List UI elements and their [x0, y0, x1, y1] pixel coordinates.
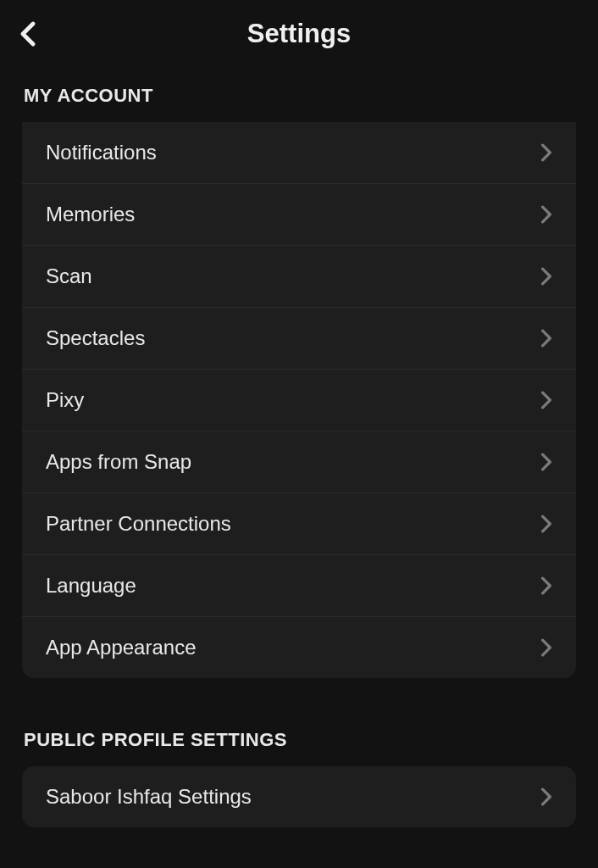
public-profile-list: Saboor Ishfaq Settings: [22, 766, 576, 827]
list-item-scan[interactable]: Scan: [22, 246, 576, 308]
list-item-label: App Appearance: [46, 636, 196, 659]
page-title: Settings: [247, 19, 351, 49]
list-item-label: Language: [46, 574, 136, 598]
chevron-right-icon: [540, 205, 552, 224]
list-item-notifications[interactable]: Notifications: [22, 122, 576, 184]
list-item-label: Saboor Ishfaq Settings: [46, 785, 252, 809]
chevron-right-icon: [540, 576, 552, 595]
list-item-label: Partner Connections: [46, 512, 231, 536]
list-item-label: Spectacles: [46, 326, 145, 350]
chevron-right-icon: [540, 267, 552, 286]
chevron-right-icon: [540, 638, 552, 657]
list-item-spectacles[interactable]: Spectacles: [22, 308, 576, 370]
chevron-right-icon: [540, 391, 552, 409]
list-item-partner-connections[interactable]: Partner Connections: [22, 493, 576, 555]
chevron-right-icon: [540, 143, 552, 162]
list-item-label: Scan: [46, 264, 92, 288]
list-item-app-appearance[interactable]: App Appearance: [22, 617, 576, 678]
section-header-my-account: MY ACCOUNT: [0, 68, 598, 122]
list-item-memories[interactable]: Memories: [22, 184, 576, 246]
list-item-pixy[interactable]: Pixy: [22, 370, 576, 431]
my-account-list: Notifications Memories Scan Spectacles P…: [22, 122, 576, 678]
list-item-label: Memories: [46, 203, 135, 226]
list-item-language[interactable]: Language: [22, 555, 576, 617]
chevron-left-icon: [19, 21, 37, 47]
list-item-label: Notifications: [46, 141, 157, 164]
list-item-label: Apps from Snap: [46, 450, 191, 474]
chevron-right-icon: [540, 515, 552, 533]
section-header-public-profile: PUBLIC PROFILE SETTINGS: [0, 712, 598, 766]
back-button[interactable]: [15, 21, 41, 47]
header: Settings: [0, 0, 598, 68]
list-item-profile-settings[interactable]: Saboor Ishfaq Settings: [22, 766, 576, 827]
chevron-right-icon: [540, 329, 552, 348]
list-item-apps-from-snap[interactable]: Apps from Snap: [22, 431, 576, 493]
chevron-right-icon: [540, 787, 552, 806]
chevron-right-icon: [540, 453, 552, 471]
list-item-label: Pixy: [46, 388, 84, 412]
